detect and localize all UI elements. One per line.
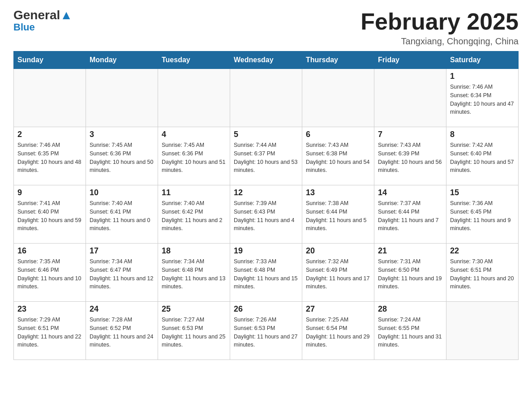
- day-number: 2: [17, 130, 82, 139]
- day-number: 17: [90, 246, 154, 256]
- calendar-cell: 18Sunrise: 7:34 AMSunset: 6:48 PMDayligh…: [158, 244, 230, 302]
- day-number: 26: [234, 304, 298, 314]
- day-info: Sunrise: 7:38 AMSunset: 6:44 PMDaylight:…: [306, 199, 370, 233]
- calendar-cell: [302, 69, 374, 127]
- header-cell-tuesday: Tuesday: [158, 51, 230, 69]
- day-number: 15: [450, 188, 515, 197]
- calendar-cell: [230, 69, 302, 127]
- calendar-cell: 9Sunrise: 7:41 AMSunset: 6:40 PMDaylight…: [14, 185, 86, 244]
- day-number: 23: [17, 304, 82, 314]
- day-info: Sunrise: 7:34 AMSunset: 6:48 PMDaylight:…: [162, 257, 226, 291]
- day-info: Sunrise: 7:46 AMSunset: 6:35 PMDaylight:…: [17, 141, 82, 175]
- day-info: Sunrise: 7:24 AMSunset: 6:55 PMDaylight:…: [378, 316, 442, 349]
- day-info: Sunrise: 7:44 AMSunset: 6:37 PMDaylight:…: [234, 141, 298, 175]
- calendar-cell: 26Sunrise: 7:26 AMSunset: 6:53 PMDayligh…: [230, 302, 302, 360]
- calendar-title: February 2025: [360, 9, 519, 34]
- day-info: Sunrise: 7:32 AMSunset: 6:49 PMDaylight:…: [306, 257, 370, 291]
- calendar-cell: 1Sunrise: 7:46 AMSunset: 6:34 PMDaylight…: [446, 69, 519, 127]
- title-section: February 2025 Tangxiang, Chongqing, Chin…: [360, 9, 519, 47]
- calendar-cell: 28Sunrise: 7:24 AMSunset: 6:55 PMDayligh…: [374, 302, 446, 360]
- calendar-cell: 14Sunrise: 7:37 AMSunset: 6:44 PMDayligh…: [374, 185, 446, 244]
- day-number: 25: [162, 304, 226, 314]
- day-number: 13: [306, 188, 370, 197]
- calendar-cell: 24Sunrise: 7:28 AMSunset: 6:52 PMDayligh…: [86, 302, 158, 360]
- day-info: Sunrise: 7:43 AMSunset: 6:38 PMDaylight:…: [306, 141, 370, 175]
- calendar-cell: [14, 69, 86, 127]
- calendar-cell: 22Sunrise: 7:30 AMSunset: 6:51 PMDayligh…: [446, 244, 519, 302]
- day-info: Sunrise: 7:45 AMSunset: 6:36 PMDaylight:…: [90, 141, 154, 175]
- day-info: Sunrise: 7:39 AMSunset: 6:43 PMDaylight:…: [234, 199, 298, 233]
- header-row: SundayMondayTuesdayWednesdayThursdayFrid…: [14, 51, 519, 69]
- day-number: 16: [17, 246, 82, 256]
- day-number: 5: [234, 130, 298, 139]
- week-row-2: 2Sunrise: 7:46 AMSunset: 6:35 PMDaylight…: [14, 127, 519, 185]
- calendar-cell: 15Sunrise: 7:36 AMSunset: 6:45 PMDayligh…: [446, 185, 519, 244]
- day-info: Sunrise: 7:26 AMSunset: 6:53 PMDaylight:…: [234, 316, 298, 349]
- calendar-cell: [158, 69, 230, 127]
- calendar-cell: 12Sunrise: 7:39 AMSunset: 6:43 PMDayligh…: [230, 185, 302, 244]
- calendar-cell: 7Sunrise: 7:43 AMSunset: 6:39 PMDaylight…: [374, 127, 446, 185]
- calendar-cell: 3Sunrise: 7:45 AMSunset: 6:36 PMDaylight…: [86, 127, 158, 185]
- day-info: Sunrise: 7:29 AMSunset: 6:51 PMDaylight:…: [17, 316, 82, 349]
- day-info: Sunrise: 7:45 AMSunset: 6:36 PMDaylight:…: [162, 141, 226, 175]
- logo-blue-text: Blue: [13, 21, 35, 33]
- day-number: 18: [162, 246, 226, 256]
- week-row-3: 9Sunrise: 7:41 AMSunset: 6:40 PMDaylight…: [14, 185, 519, 244]
- day-info: Sunrise: 7:27 AMSunset: 6:53 PMDaylight:…: [162, 316, 226, 349]
- calendar-cell: 13Sunrise: 7:38 AMSunset: 6:44 PMDayligh…: [302, 185, 374, 244]
- calendar-table: SundayMondayTuesdayWednesdayThursdayFrid…: [13, 51, 519, 360]
- day-number: 21: [378, 246, 442, 256]
- calendar-header: SundayMondayTuesdayWednesdayThursdayFrid…: [14, 51, 519, 69]
- day-info: Sunrise: 7:42 AMSunset: 6:40 PMDaylight:…: [450, 141, 515, 175]
- calendar-cell: 27Sunrise: 7:25 AMSunset: 6:54 PMDayligh…: [302, 302, 374, 360]
- day-info: Sunrise: 7:43 AMSunset: 6:39 PMDaylight:…: [378, 141, 442, 175]
- calendar-cell: 4Sunrise: 7:45 AMSunset: 6:36 PMDaylight…: [158, 127, 230, 185]
- day-info: Sunrise: 7:28 AMSunset: 6:52 PMDaylight:…: [90, 316, 154, 349]
- day-info: Sunrise: 7:33 AMSunset: 6:48 PMDaylight:…: [234, 257, 298, 291]
- header-cell-saturday: Saturday: [446, 51, 519, 69]
- day-number: 19: [234, 246, 298, 256]
- week-row-4: 16Sunrise: 7:35 AMSunset: 6:46 PMDayligh…: [14, 244, 519, 302]
- week-row-1: 1Sunrise: 7:46 AMSunset: 6:34 PMDaylight…: [14, 69, 519, 127]
- day-number: 22: [450, 246, 515, 256]
- calendar-cell: 16Sunrise: 7:35 AMSunset: 6:46 PMDayligh…: [14, 244, 86, 302]
- day-info: Sunrise: 7:37 AMSunset: 6:44 PMDaylight:…: [378, 199, 442, 233]
- calendar-cell: 19Sunrise: 7:33 AMSunset: 6:48 PMDayligh…: [230, 244, 302, 302]
- day-info: Sunrise: 7:36 AMSunset: 6:45 PMDaylight:…: [450, 199, 515, 233]
- calendar-cell: 23Sunrise: 7:29 AMSunset: 6:51 PMDayligh…: [14, 302, 86, 360]
- calendar-cell: [374, 69, 446, 127]
- day-number: 9: [17, 188, 82, 197]
- day-info: Sunrise: 7:41 AMSunset: 6:40 PMDaylight:…: [17, 199, 82, 233]
- logo-arrow: ▲: [60, 8, 73, 22]
- day-number: 20: [306, 246, 370, 256]
- day-number: 14: [378, 188, 442, 197]
- day-number: 28: [378, 304, 442, 314]
- day-number: 12: [234, 188, 298, 197]
- calendar-cell: [86, 69, 158, 127]
- calendar-subtitle: Tangxiang, Chongqing, China: [360, 36, 519, 47]
- calendar-cell: 21Sunrise: 7:31 AMSunset: 6:50 PMDayligh…: [374, 244, 446, 302]
- day-number: 3: [90, 130, 154, 139]
- calendar-cell: 2Sunrise: 7:46 AMSunset: 6:35 PMDaylight…: [14, 127, 86, 185]
- header-cell-wednesday: Wednesday: [230, 51, 302, 69]
- day-number: 7: [378, 130, 442, 139]
- header-cell-friday: Friday: [374, 51, 446, 69]
- day-info: Sunrise: 7:46 AMSunset: 6:34 PMDaylight:…: [450, 83, 515, 116]
- day-number: 24: [90, 304, 154, 314]
- header-cell-sunday: Sunday: [14, 51, 86, 69]
- day-info: Sunrise: 7:31 AMSunset: 6:50 PMDaylight:…: [378, 257, 442, 291]
- calendar-cell: 20Sunrise: 7:32 AMSunset: 6:49 PMDayligh…: [302, 244, 374, 302]
- calendar-cell: 25Sunrise: 7:27 AMSunset: 6:53 PMDayligh…: [158, 302, 230, 360]
- day-number: 11: [162, 188, 226, 197]
- calendar-cell: [446, 302, 519, 360]
- calendar-body: 1Sunrise: 7:46 AMSunset: 6:34 PMDaylight…: [14, 69, 519, 360]
- day-number: 10: [90, 188, 154, 197]
- day-info: Sunrise: 7:35 AMSunset: 6:46 PMDaylight:…: [17, 257, 82, 291]
- calendar-cell: 5Sunrise: 7:44 AMSunset: 6:37 PMDaylight…: [230, 127, 302, 185]
- calendar-cell: 11Sunrise: 7:40 AMSunset: 6:42 PMDayligh…: [158, 185, 230, 244]
- logo-general-text: General▲: [13, 9, 73, 21]
- calendar-cell: 8Sunrise: 7:42 AMSunset: 6:40 PMDaylight…: [446, 127, 519, 185]
- day-info: Sunrise: 7:30 AMSunset: 6:51 PMDaylight:…: [450, 257, 515, 291]
- day-number: 27: [306, 304, 370, 314]
- calendar-cell: 10Sunrise: 7:40 AMSunset: 6:41 PMDayligh…: [86, 185, 158, 244]
